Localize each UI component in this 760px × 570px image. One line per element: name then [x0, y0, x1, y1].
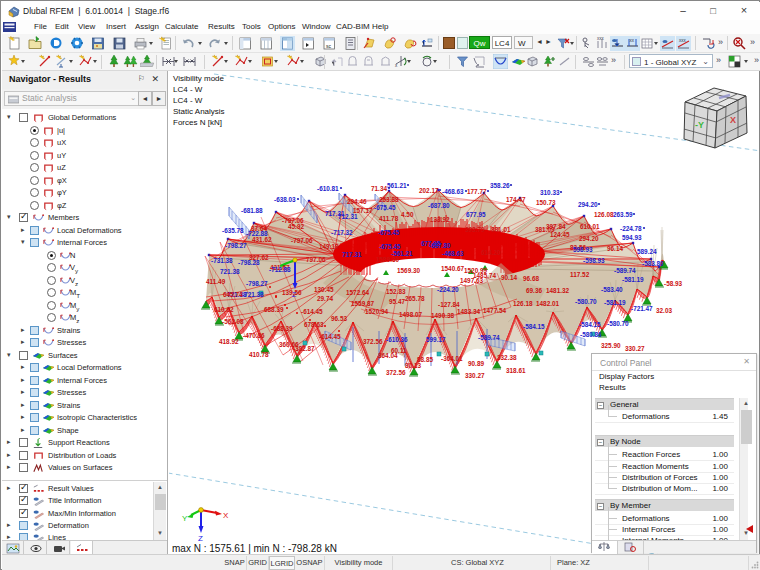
svg-text:32.03: 32.03: [656, 307, 672, 314]
svg-text:xxx: xxx: [679, 38, 687, 43]
svg-text:96.14: 96.14: [607, 245, 623, 252]
svg-text:Z: Z: [198, 534, 203, 543]
svg-text:-584.15: -584.15: [579, 321, 601, 328]
svg-text:71.34: 71.34: [371, 185, 387, 192]
svg-text:-638.03: -638.03: [274, 196, 296, 203]
svg-text:95.47: 95.47: [389, 298, 405, 305]
svg-text:1477.54: 1477.54: [483, 307, 507, 314]
svg-text:610.01: 610.01: [580, 223, 600, 230]
svg-text:-712.88: -712.88: [269, 266, 291, 273]
svg-text:381.01: 381.01: [491, 226, 511, 233]
svg-text:xx: xx: [630, 38, 635, 43]
svg-text:-382.87: -382.87: [293, 345, 315, 352]
svg-text:69.36: 69.36: [526, 287, 542, 294]
svg-text:X: X: [730, 115, 736, 125]
svg-text:-583.40: -583.40: [601, 286, 623, 293]
svg-text:-468.63: -468.63: [442, 250, 464, 257]
svg-text:325.90: 325.90: [601, 342, 621, 349]
svg-text:598.93: 598.93: [573, 246, 593, 253]
svg-text:1572.64: 1572.64: [346, 289, 370, 296]
svg-text:29.74: 29.74: [317, 295, 333, 302]
svg-text:174.47: 174.47: [506, 196, 526, 203]
svg-text:60.11: 60.11: [391, 347, 407, 354]
svg-text:-589.74: -589.74: [614, 267, 636, 274]
svg-text:-610.36: -610.36: [386, 336, 408, 343]
svg-text:253.88: 253.88: [379, 196, 399, 203]
svg-text:-598.93: -598.93: [583, 257, 605, 264]
svg-text:-580.86: -580.86: [580, 331, 602, 338]
svg-text:177.77: 177.77: [467, 188, 487, 195]
svg-text:677.95: 677.95: [421, 240, 441, 247]
svg-text:332.38: 332.38: [497, 354, 517, 361]
svg-text:-589.74: -589.74: [478, 334, 500, 341]
svg-text:614.20: 614.20: [481, 249, 501, 256]
svg-text:265.78: 265.78: [405, 295, 425, 302]
svg-text:410.78: 410.78: [249, 351, 269, 358]
svg-text:-688.39: -688.39: [271, 325, 293, 332]
svg-text:1498.07: 1498.07: [399, 311, 423, 318]
svg-text:4.50: 4.50: [401, 211, 414, 218]
svg-text:1482.01: 1482.01: [536, 300, 560, 307]
svg-text:88.85: 88.85: [417, 356, 433, 363]
svg-text:358.26: 358.26: [490, 182, 510, 189]
svg-text:sc: sc: [326, 43, 332, 49]
svg-text:645.74: 645.74: [223, 291, 243, 298]
svg-text:721.38: 721.38: [220, 268, 240, 275]
svg-text:-127.84: -127.84: [438, 301, 460, 308]
svg-text:-721.47: -721.47: [631, 305, 653, 312]
svg-text:-614.45: -614.45: [319, 333, 341, 340]
svg-text:418.92: 418.92: [219, 338, 239, 345]
svg-text:xxx: xxx: [597, 36, 605, 41]
svg-text:327.62: 327.62: [249, 254, 269, 261]
svg-text:-468.63: -468.63: [442, 188, 464, 195]
svg-text:712.31: 712.31: [338, 213, 358, 220]
svg-text:-580.70: -580.70: [607, 320, 629, 327]
svg-text:133.92: 133.92: [430, 216, 450, 223]
svg-text:-681.88: -681.88: [241, 207, 263, 214]
svg-text:130.45: 130.45: [314, 286, 334, 293]
svg-text:-798.27: -798.27: [246, 280, 268, 287]
svg-text:393.79: 393.79: [465, 226, 485, 233]
svg-text:-721.38: -721.38: [242, 291, 264, 298]
svg-text:-470.86: -470.86: [243, 332, 265, 339]
svg-text:-675.45: -675.45: [378, 229, 400, 236]
svg-text:80.13: 80.13: [405, 362, 421, 369]
svg-text:-581.19: -581.19: [604, 299, 626, 306]
svg-text:372.56: 372.56: [386, 369, 406, 376]
svg-text:-580.70: -580.70: [575, 298, 597, 305]
svg-text:-717.32: -717.32: [331, 229, 353, 236]
svg-text:-562.08: -562.08: [222, 318, 244, 325]
svg-text:45.92: 45.92: [288, 223, 304, 230]
svg-text:1540.67: 1540.67: [441, 265, 465, 272]
svg-text:90.14: 90.14: [501, 274, 517, 281]
svg-text:431.62: 431.62: [252, 236, 272, 243]
svg-text:-224.20: -224.20: [437, 286, 459, 293]
svg-text:152.83: 152.83: [386, 288, 406, 295]
svg-text:678.63: 678.63: [304, 321, 324, 328]
svg-text:-584.15: -584.15: [523, 323, 545, 330]
svg-text:610.62: 610.62: [214, 306, 234, 313]
svg-text:318.61: 318.61: [506, 367, 526, 374]
svg-text:-224.78: -224.78: [620, 225, 642, 232]
svg-text:90.89: 90.89: [468, 360, 484, 367]
svg-text:310.33: 310.33: [540, 189, 560, 196]
svg-text:202.17: 202.17: [419, 187, 439, 194]
svg-text:599.17: 599.17: [426, 336, 446, 343]
svg-text:-581.19: -581.19: [622, 276, 644, 283]
svg-text:677.95: 677.95: [466, 211, 486, 218]
svg-text:96.53: 96.53: [331, 315, 347, 322]
svg-text:1559.87: 1559.87: [351, 300, 375, 307]
svg-text:1485.74: 1485.74: [473, 272, 497, 279]
svg-text:-731.38: -731.38: [211, 257, 233, 264]
svg-text:372.56: 372.56: [363, 338, 383, 345]
svg-text:411.49: 411.49: [206, 278, 226, 285]
svg-text:126.18: 126.18: [513, 300, 533, 307]
svg-text:330.27: 330.27: [625, 345, 645, 352]
svg-text:589.24: 589.24: [637, 248, 657, 255]
svg-text:294.20: 294.20: [578, 201, 598, 208]
svg-text:-614.45: -614.45: [301, 308, 323, 315]
svg-text:96.68: 96.68: [523, 275, 539, 282]
svg-text:797.06: 797.06: [306, 256, 326, 263]
svg-text:X: X: [223, 511, 229, 520]
svg-text:1569.30: 1569.30: [397, 267, 421, 274]
